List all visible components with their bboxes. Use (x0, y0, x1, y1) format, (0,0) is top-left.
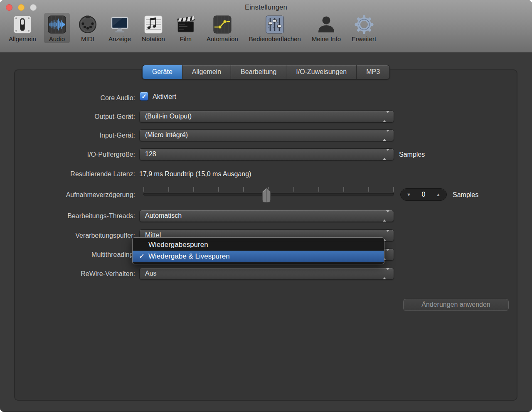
preferences-toolbar: Allgemein Audio (6, 13, 379, 43)
toolbar-item-label: Audio (49, 35, 65, 42)
rewire-label: ReWire-Verhalten: (0, 269, 135, 278)
toolbar-item-notation[interactable]: Notation (139, 13, 168, 43)
latency-label: Resultierende Latenz: (0, 170, 135, 178)
general-switch-icon (12, 15, 32, 34)
output-device-label: Output-Gerät: (0, 112, 135, 121)
film-clapperboard-icon (176, 15, 196, 34)
toolbar-item-label: Allgemein (9, 35, 36, 42)
user-silhouette-icon (316, 15, 336, 34)
midi-connector-icon (78, 15, 98, 34)
toolbar-item-allgemein[interactable]: Allgemein (6, 13, 39, 43)
popup-arrows-icon (383, 211, 389, 222)
slider-thumb[interactable] (262, 187, 271, 203)
stepper-up-icon[interactable]: ▲ (436, 192, 441, 197)
menu-item-wiedergabespuren[interactable]: Wiedergabespuren (133, 239, 384, 251)
recording-delay-value[interactable]: 0 (422, 191, 426, 198)
music-notation-icon (143, 15, 163, 34)
popup-arrows-icon (383, 130, 389, 141)
toolbar-item-film[interactable]: Film (173, 13, 199, 43)
gear-icon (354, 15, 374, 34)
process-threads-value: Automatisch (145, 212, 182, 219)
audio-waveform-icon (47, 15, 67, 34)
popup-arrows-icon (383, 111, 389, 122)
preferences-window: Einstellungen Allgemein (0, 0, 532, 412)
rewire-value: Aus (145, 270, 157, 277)
toolbar-item-label: Automation (207, 35, 238, 42)
toolbar-item-anzeige[interactable]: Anzeige (106, 13, 134, 43)
io-buffer-label: I/O-Puffergröße: (0, 150, 135, 159)
tab-geraete[interactable]: Geräte (143, 65, 182, 79)
output-device-popup[interactable]: (Built-in Output) (139, 111, 394, 123)
toolbar-item-label: Bedienoberflächen (249, 35, 301, 42)
toolbar-item-audio[interactable]: Audio (44, 13, 70, 43)
process-threads-label: Bearbeitungs-Threads: (0, 212, 135, 220)
menu-item-wiedergabe-livespuren[interactable]: ✓ Wiedergabe & Livespuren (133, 251, 384, 262)
toolbar-item-label: MIDI (81, 35, 94, 42)
stepper-down-icon[interactable]: ▼ (406, 192, 411, 197)
input-device-popup[interactable]: (Micro intégré) (139, 129, 394, 141)
toolbar-item-label: Erweitert (352, 35, 376, 42)
tab-mp3[interactable]: MP3 (356, 65, 389, 79)
menu-item-label: Wiedergabe & Livespuren (148, 252, 230, 260)
process-buffer-label: Verarbeitungspuffer: (0, 231, 135, 240)
tab-bearbeitung[interactable]: Bearbeitung (231, 65, 286, 79)
popup-arrows-icon (383, 269, 389, 279)
checkmark-icon: ✓ (138, 251, 146, 262)
recording-delay-unit: Samples (453, 190, 478, 199)
apply-changes-button[interactable]: Änderungen anwenden (403, 299, 509, 311)
audio-settings-tabs: Geräte Allgemein Bearbeitung I/O-Zuweisu… (142, 65, 390, 79)
recording-delay-label: Aufnahmeverzögerung: (0, 190, 135, 199)
io-buffer-unit: Samples (399, 150, 425, 159)
menu-item-label: Wiedergabespuren (148, 241, 208, 249)
input-device-value: (Micro intégré) (145, 131, 188, 138)
toolbar-item-label: Meine Info (312, 35, 341, 42)
toolbar-item-label: Anzeige (108, 35, 131, 42)
tab-io-zuweisungen[interactable]: I/O-Zuweisungen (286, 65, 356, 79)
toolbar-item-bedienoberflaechen[interactable]: Bedienoberflächen (246, 13, 304, 43)
titlebar-toolbar: Einstellungen Allgemein (0, 0, 532, 52)
toolbar-item-label: Notation (142, 35, 165, 42)
popup-arrows-icon (383, 149, 389, 160)
toolbar-item-erweitert[interactable]: Erweitert (349, 13, 379, 43)
recording-delay-stepper: ▼ 0 ▲ (400, 188, 447, 201)
output-device-value: (Built-in Output) (145, 113, 192, 120)
core-audio-checkbox-label: Aktiviert (153, 92, 176, 101)
display-monitor-icon (110, 15, 130, 34)
automation-curve-icon (212, 15, 232, 34)
core-audio-checkbox[interactable]: ✓ (140, 92, 148, 101)
input-device-label: Input-Gerät: (0, 131, 135, 140)
rewire-popup[interactable]: Aus (139, 268, 394, 280)
control-surface-faders-icon (265, 15, 285, 34)
io-buffer-value: 128 (145, 150, 156, 158)
toolbar-item-midi[interactable]: MIDI (75, 13, 101, 43)
core-audio-label: Core Audio: (0, 94, 135, 102)
process-threads-popup[interactable]: Automatisch (139, 210, 394, 222)
toolbar-item-label: Film (180, 35, 192, 42)
multithreading-dropdown-menu: Wiedergabespuren ✓ Wiedergabe & Livespur… (132, 237, 384, 264)
latency-value: 17,9 ms Roundtrip (15,0 ms Ausgang) (139, 170, 251, 178)
tab-allgemein[interactable]: Allgemein (182, 65, 231, 79)
io-buffer-popup[interactable]: 128 (139, 148, 394, 160)
toolbar-item-automation[interactable]: Automation (204, 13, 241, 43)
window-title: Einstellungen (0, 3, 532, 12)
recording-delay-slider[interactable] (143, 187, 394, 204)
toolbar-item-meine-info[interactable]: Meine Info (309, 13, 344, 43)
multithreading-label: Multithreading: (0, 250, 135, 259)
